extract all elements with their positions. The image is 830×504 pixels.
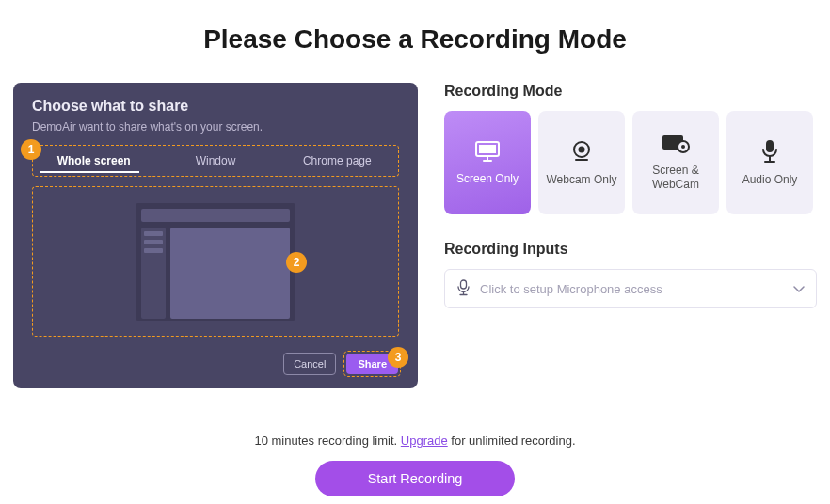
- mode-screen-only[interactable]: Screen Only: [444, 111, 531, 214]
- recording-limit-text: 10 minutes recording limit. Upgrade for …: [0, 433, 830, 448]
- step-marker-2: 2: [286, 252, 307, 273]
- step-marker-1: 1: [21, 139, 41, 160]
- share-source-tabs: Whole screen Window Chrome page: [32, 145, 399, 177]
- mode-label: Screen & WebCam: [636, 164, 715, 192]
- mode-audio-only[interactable]: Audio Only: [726, 111, 813, 214]
- screen-preview-area[interactable]: [32, 186, 399, 337]
- share-dialog: Choose what to share DemoAir want to sha…: [13, 83, 418, 388]
- chevron-down-icon: [793, 282, 805, 296]
- mode-label: Screen Only: [456, 172, 519, 186]
- svg-point-8: [681, 145, 685, 149]
- mode-label: Webcam Only: [546, 173, 616, 187]
- cancel-button[interactable]: Cancel: [283, 353, 336, 375]
- microphone-icon: [760, 139, 779, 164]
- microphone-dropdown[interactable]: Click to setup Microphone access: [444, 269, 817, 308]
- microphone-placeholder: Click to setup Microphone access: [480, 282, 784, 296]
- mode-label: Audio Only: [742, 173, 798, 187]
- svg-rect-1: [479, 145, 496, 153]
- microphone-outline-icon: [456, 279, 471, 299]
- recording-inputs-heading: Recording Inputs: [444, 241, 817, 258]
- svg-rect-9: [766, 140, 774, 152]
- share-dialog-title: Choose what to share: [32, 98, 399, 115]
- tab-window[interactable]: Window: [154, 147, 276, 175]
- svg-rect-12: [461, 280, 467, 289]
- page-title: Please Choose a Recording Mode: [0, 24, 830, 55]
- monitor-icon: [474, 140, 501, 163]
- screen-webcam-icon: [662, 134, 690, 154]
- tab-chrome-page[interactable]: Chrome page: [277, 147, 398, 175]
- start-recording-button[interactable]: Start Recording: [315, 461, 516, 496]
- step-marker-3: 3: [388, 347, 408, 368]
- share-dialog-subtitle: DemoAir want to share what's on your scr…: [32, 120, 399, 134]
- recording-mode-heading: Recording Mode: [444, 83, 817, 100]
- active-tab-underline: [40, 171, 139, 173]
- recording-mode-options: Screen Only Webcam Only: [444, 111, 817, 214]
- mode-webcam-only[interactable]: Webcam Only: [538, 111, 625, 214]
- upgrade-link[interactable]: Upgrade: [401, 433, 448, 448]
- screen-thumbnail: [136, 203, 295, 321]
- mode-screen-webcam[interactable]: Screen & WebCam: [632, 111, 719, 214]
- svg-point-5: [579, 146, 585, 152]
- webcam-icon: [569, 139, 594, 164]
